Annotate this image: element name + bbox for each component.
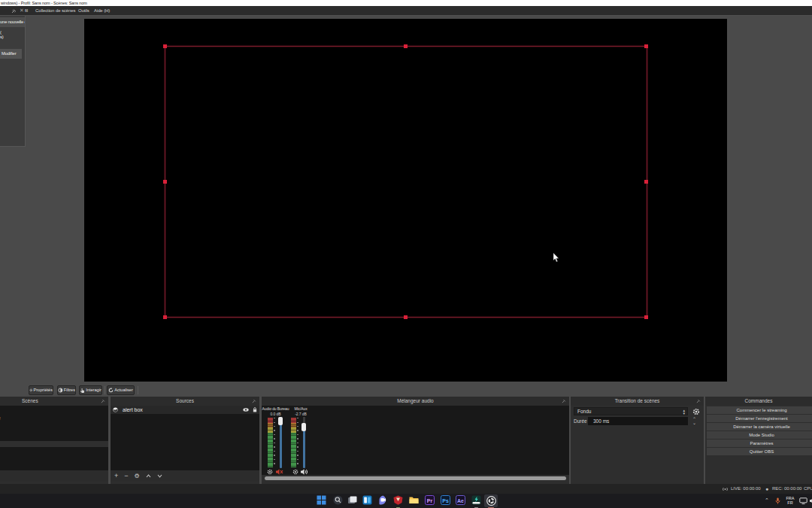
cpu-status: CPU — [804, 484, 812, 494]
file-explorer-icon[interactable] — [409, 495, 419, 505]
pin-icon[interactable] — [696, 399, 701, 403]
quit-obs-button[interactable]: Quitter OBS — [707, 448, 812, 455]
tray-chevron-icon[interactable]: ⌃ — [765, 498, 769, 503]
language-line2: FR — [785, 501, 795, 506]
cast-screen-icon[interactable] — [799, 497, 807, 504]
language-indicator[interactable]: FRA FR — [785, 497, 795, 505]
refresh-icon — [108, 388, 114, 393]
close-icon[interactable]: ✕ — [20, 6, 24, 16]
handle-middle-left[interactable] — [163, 180, 167, 184]
handle-top-center[interactable] — [404, 44, 408, 48]
pin-icon[interactable] — [101, 399, 105, 403]
transition-gear-icon[interactable] — [692, 408, 700, 415]
mixer-ch2-slider-handle[interactable] — [301, 423, 306, 431]
pin-icon[interactable] — [11, 8, 17, 14]
photoshop-icon[interactable]: Ps — [441, 495, 450, 505]
source-properties-button[interactable]: ⚙ — [135, 470, 140, 482]
source-row-alertbox[interactable]: alert box — [111, 406, 259, 414]
menu-collection-de-scenes[interactable]: Collection de scènes — [35, 6, 75, 16]
gear-icon — [29, 388, 33, 393]
after-effects-icon[interactable]: Ae — [456, 495, 465, 505]
add-source-button[interactable]: + — [114, 470, 118, 482]
premiere-pro-icon[interactable]: Pr — [425, 495, 435, 505]
source-selection-box[interactable] — [165, 46, 647, 318]
bolt-app-icon[interactable] — [471, 495, 481, 505]
handle-top-right[interactable] — [644, 44, 648, 48]
handle-bottom-left[interactable] — [163, 315, 167, 319]
properties-label: Propriétés — [34, 386, 53, 394]
refresh-label: Actualiser — [114, 386, 133, 394]
obs-studio-icon[interactable] — [486, 496, 496, 506]
handle-top-left[interactable] — [163, 44, 167, 48]
move-source-up-icon[interactable] — [146, 473, 151, 479]
context-item-new[interactable]: une nouvelle ch — [0, 17, 26, 27]
audio-mixer-dock: Mélangeur audio Audio du Bureau 0.0 dB M… — [262, 397, 569, 484]
sources-dock-header[interactable]: Sources — [111, 397, 259, 406]
properties-button[interactable]: Propriétés — [29, 385, 53, 395]
handle-bottom-right[interactable] — [644, 315, 648, 319]
scenes-list[interactable]: e — [0, 406, 108, 441]
screen: windows) - Profil: Sans nom - Scènes: Sa… — [0, 0, 812, 508]
interact-button[interactable]: Interagir — [79, 385, 102, 395]
mixer-dock-title: Mélangeur audio — [397, 398, 433, 403]
duration-input[interactable]: 300 ms — [588, 417, 688, 425]
svg-text:Pr: Pr — [427, 498, 433, 503]
mixer-ch1-slider-handle[interactable] — [278, 417, 283, 425]
menu-profil[interactable]: fil — [25, 6, 28, 16]
red-shield-app-icon[interactable] — [393, 495, 403, 505]
refresh-button[interactable]: Actualiser — [107, 385, 135, 395]
menu-outils[interactable]: Outils — [78, 6, 89, 16]
handle-middle-right[interactable] — [644, 180, 648, 184]
start-virtual-camera-button[interactable]: Démarrer la caméra virtuelle — [707, 423, 812, 430]
mixer-dock-header[interactable]: Mélangeur audio — [262, 397, 569, 406]
widgets-icon[interactable] — [362, 495, 372, 505]
lock-icon[interactable] — [253, 407, 257, 412]
start-button-icon[interactable] — [317, 495, 326, 505]
duration-down-arrow[interactable]: ⌄ — [692, 421, 696, 424]
chat-icon[interactable] — [378, 495, 388, 505]
svg-text:Ps: Ps — [442, 498, 449, 503]
handle-bottom-center[interactable] — [404, 315, 408, 319]
status-bar: LIVE: 00:00:00 ● REC: 00:00:00 CPU — [0, 484, 812, 494]
scenes-scrollbar[interactable] — [0, 441, 108, 447]
transition-dock-header[interactable]: Transition de scènes — [571, 397, 704, 406]
remove-source-button[interactable]: − — [124, 470, 128, 482]
task-view-icon[interactable] — [347, 495, 357, 505]
start-streaming-button[interactable]: Commencer le streaming — [707, 406, 812, 414]
pin-icon[interactable] — [562, 399, 566, 403]
mixer-ch2-gear-icon[interactable] — [292, 469, 298, 475]
transition-dock: Transition de scènes Fondu ▴ ▾ Durée 300… — [571, 397, 704, 484]
filters-button[interactable]: Filtres — [57, 385, 76, 395]
rec-dot-icon: ● — [765, 484, 768, 494]
settings-button[interactable]: Paramètres — [707, 440, 812, 447]
menubar: ✕ fil Collection de scènes Outils Aide (… — [0, 6, 812, 16]
move-source-down-icon[interactable] — [157, 473, 162, 479]
mixer-ch2-meter — [291, 418, 296, 467]
scene-item-fragment[interactable]: e — [0, 415, 1, 421]
menu-aide[interactable]: Aide (H) — [94, 6, 110, 16]
mixer-ch2-ticks — [297, 418, 301, 467]
transition-select[interactable]: Fondu ▴ ▾ — [574, 407, 688, 415]
search-icon[interactable] — [333, 495, 343, 505]
mixer-ch1-mute-icon[interactable] — [276, 469, 283, 475]
mixer-horizontal-scrollbar[interactable] — [265, 476, 566, 480]
pin-icon[interactable] — [252, 399, 256, 403]
combo-down-arrow: ▾ — [683, 412, 685, 415]
sources-list[interactable]: alert box — [111, 406, 259, 470]
hand-icon — [80, 388, 85, 394]
context-item-modifier[interactable]: Modifier — [0, 49, 22, 59]
sources-dock-toolbar: + − ⚙ — [111, 470, 259, 482]
live-status: LIVE: 00:00:00 — [731, 484, 761, 494]
scenes-dock-header[interactable]: Scènes — [0, 397, 108, 406]
mic-indicator-icon[interactable] — [775, 497, 780, 504]
controls-dock: Commandes Commencer le streaming Démarre… — [705, 397, 812, 484]
mouse-cursor — [553, 253, 559, 263]
studio-mode-button[interactable]: Mode Studio — [707, 431, 812, 439]
start-recording-button[interactable]: Démarrer l'enregistrement — [707, 415, 812, 422]
mixer-ch1-gear-icon[interactable] — [267, 469, 273, 475]
mixer-ch1-ticks — [274, 418, 277, 467]
mixer-ch2-speaker-icon[interactable] — [301, 469, 308, 475]
eye-icon[interactable] — [243, 408, 249, 412]
controls-dock-header[interactable]: Commandes — [705, 397, 812, 406]
context-item-frag2[interactable]: s) — [0, 35, 4, 39]
